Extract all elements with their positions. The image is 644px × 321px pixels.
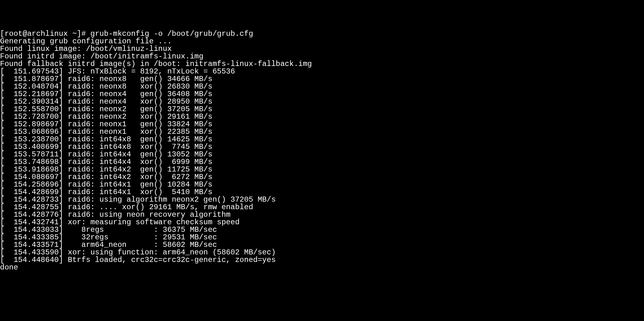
output-line: [ 154.448640] Btrfs loaded, crc32c=crc32…: [0, 256, 644, 264]
output-line: Found fallback initrd image(s) in /boot:…: [0, 60, 644, 68]
output-line: [ 153.918698] raid6: int64x2 gen() 11725…: [0, 166, 644, 173]
output-line: [ 154.428699] raid6: int64x1 xor() 5410 …: [0, 188, 644, 196]
output-line: [ 154.428755] raid6: .... xor() 29161 MB…: [0, 204, 644, 211]
output-line: [ 154.428733] raid6: using algorithm neo…: [0, 196, 644, 204]
output-line: [ 152.558700] raid6: neonx2 gen() 37205 …: [0, 106, 644, 113]
output-line: [ 152.048704] raid6: neonx8 xor() 26830 …: [0, 83, 644, 90]
output-line: [ 154.433590] xor: using function: arm64…: [0, 249, 644, 256]
output-line: done: [0, 264, 644, 271]
output-line: [ 153.238700] raid6: int64x8 gen() 14625…: [0, 136, 644, 143]
output-line: Found linux image: /boot/vmlinuz-linux: [0, 45, 644, 53]
output-line: [ 151.878697] raid6: neonx8 gen() 34666 …: [0, 75, 644, 83]
output-line: [ 154.433033] 8regs : 36375 MB/sec: [0, 226, 644, 234]
output-line: [ 154.428776] raid6: using neon recovery…: [0, 211, 644, 219]
output-line: [ 153.578711] raid6: int64x4 gen() 13052…: [0, 151, 644, 158]
output-line: [ 154.432741] xor: measuring software ch…: [0, 219, 644, 226]
output-line: [ 151.697543] JFS: nTxBlock = 8192, nTxL…: [0, 68, 644, 75]
output-line: [ 154.258696] raid6: int64x1 gen() 10284…: [0, 181, 644, 188]
shell-command: grub-mkconfig -o /boot/grub/grub.cfg: [90, 30, 253, 38]
output-line: [ 153.068696] raid6: neonx1 xor() 22385 …: [0, 128, 644, 136]
prompt-line: [root@archlinux ~]# grub-mkconfig -o /bo…: [0, 30, 644, 38]
output-line: [ 153.408699] raid6: int64x8 xor() 7745 …: [0, 143, 644, 151]
output-line: [ 154.433571] arm64_neon : 58602 MB/sec: [0, 241, 644, 249]
shell-prompt: [root@archlinux ~]#: [0, 30, 90, 38]
output-line: [ 152.898697] raid6: neonx1 gen() 33824 …: [0, 121, 644, 128]
output-line: [ 153.748698] raid6: int64x4 xor() 6999 …: [0, 158, 644, 166]
output-line: [ 154.433385] 32regs : 29531 MB/sec: [0, 234, 644, 241]
output-line: [ 154.088697] raid6: int64x2 xor() 6272 …: [0, 173, 644, 181]
output-line: [ 152.218697] raid6: neonx4 gen() 36408 …: [0, 90, 644, 98]
output-line: [ 152.390314] raid6: neonx4 xor() 28950 …: [0, 98, 644, 106]
output-line: Generating grub configuration file ...: [0, 38, 644, 45]
output-line: [ 152.728700] raid6: neonx2 xor() 29161 …: [0, 113, 644, 121]
terminal-output[interactable]: [root@archlinux ~]# grub-mkconfig -o /bo…: [0, 30, 644, 271]
output-line: Found initrd image: /boot/initramfs-linu…: [0, 53, 644, 60]
